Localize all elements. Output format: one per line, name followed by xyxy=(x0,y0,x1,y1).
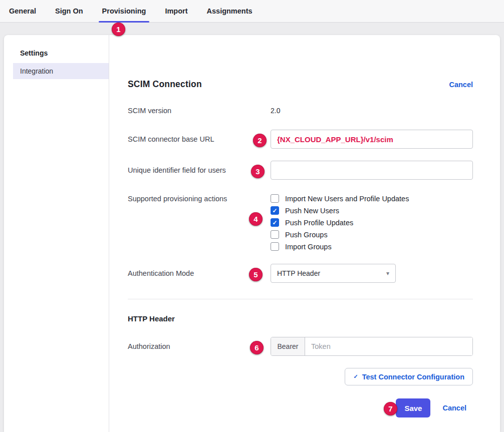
tab-assignments[interactable]: Assignments xyxy=(203,0,256,22)
sidebar-item-integration[interactable]: Integration xyxy=(13,63,109,79)
checkbox-0[interactable] xyxy=(271,194,279,203)
selected-auth-mode: HTTP Header xyxy=(277,269,320,277)
page-title: SCIM Connection xyxy=(128,79,202,90)
cancel-link-bottom[interactable]: Cancel xyxy=(442,404,466,412)
action-push-groups[interactable]: Push Groups xyxy=(271,230,409,239)
checkbox-label: Push Groups xyxy=(285,231,328,239)
checkbox-label: Import New Users and Profile Updates xyxy=(285,195,409,203)
checkbox-label: Push New Users xyxy=(285,207,339,215)
provisioning-actions-list: Import New Users and Profile Updates Pus… xyxy=(271,194,409,251)
authentication-mode-select[interactable]: HTTP Header ▾ xyxy=(271,264,396,283)
test-connector-button[interactable]: ✓ Test Connector Configuration xyxy=(345,368,473,385)
token-input[interactable] xyxy=(305,337,472,355)
scim-version-value: 2.0 xyxy=(271,107,280,115)
checkbox-label: Import Groups xyxy=(285,243,332,251)
cancel-link-top[interactable]: Cancel xyxy=(449,81,473,89)
tab-sign-on[interactable]: Sign On xyxy=(52,0,87,22)
settings-card: Settings Integration SCIM Connection Can… xyxy=(4,35,500,432)
checkbox-4[interactable] xyxy=(271,242,279,251)
annotation-badge-1: 1 xyxy=(112,23,125,36)
checkbox-1[interactable] xyxy=(271,206,279,215)
check-icon: ✓ xyxy=(353,373,358,380)
action-import-groups[interactable]: Import Groups xyxy=(271,242,409,251)
checkbox-label: Push Profile Updates xyxy=(285,219,353,227)
annotation-badge-4: 4 xyxy=(249,212,263,226)
annotation-badge-3: 3 xyxy=(251,165,265,178)
annotation-badge-6: 6 xyxy=(250,341,264,354)
test-connector-label: Test Connector Configuration xyxy=(362,373,464,381)
settings-sidebar: Settings Integration xyxy=(4,35,109,432)
annotation-badge-2: 2 xyxy=(253,134,267,147)
unique-identifier-input[interactable] xyxy=(271,161,473,180)
app-tabbar: General Sign On Provisioning Import Assi… xyxy=(0,0,504,23)
checkbox-3[interactable] xyxy=(271,230,279,239)
checkbox-2[interactable] xyxy=(271,218,279,227)
provisioning-actions-label: Supported provisioning actions xyxy=(128,194,271,203)
http-header-section-title: HTTP Header xyxy=(128,314,473,323)
scim-version-label: SCIM version xyxy=(128,107,271,115)
action-push-new-users[interactable]: Push New Users xyxy=(271,206,409,215)
tab-general[interactable]: General xyxy=(6,0,40,22)
annotation-badge-5: 5 xyxy=(249,268,263,281)
save-button[interactable]: Save xyxy=(396,398,430,417)
tab-import[interactable]: Import xyxy=(161,0,191,22)
sidebar-heading: Settings xyxy=(13,49,109,57)
authorization-field: Bearer xyxy=(271,337,473,356)
tab-provisioning[interactable]: Provisioning xyxy=(99,0,150,22)
chevron-down-icon: ▾ xyxy=(386,270,389,277)
scim-base-url-input[interactable] xyxy=(271,130,473,149)
action-push-profile-updates[interactable]: Push Profile Updates xyxy=(271,218,409,227)
authorization-label: Authorization xyxy=(128,342,271,350)
annotation-badge-7: 7 xyxy=(384,402,397,415)
action-import-new-users[interactable]: Import New Users and Profile Updates xyxy=(271,194,409,203)
scim-connection-panel: SCIM Connection Cancel SCIM version 2.0 … xyxy=(109,35,500,432)
bearer-prefix: Bearer xyxy=(271,337,305,355)
base-url-label: SCIM connector base URL xyxy=(128,135,271,143)
section-divider xyxy=(128,299,473,299)
page: General Sign On Provisioning Import Assi… xyxy=(0,0,504,432)
unique-identifier-label: Unique identifier field for users xyxy=(128,166,271,174)
